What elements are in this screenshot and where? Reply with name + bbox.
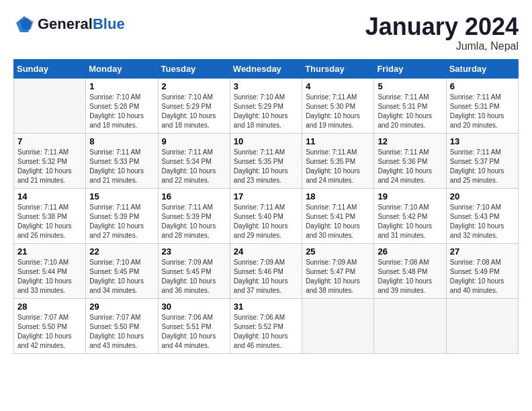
day-number: 1 [89,81,154,91]
day-info: Sunrise: 7:11 AM Sunset: 5:35 PM Dayligh… [306,148,370,185]
day-info: Sunrise: 7:08 AM Sunset: 5:48 PM Dayligh… [378,258,442,295]
cell-w2-d7: 13 Sunrise: 7:11 AM Sunset: 5:37 PM Dayl… [446,133,518,188]
day-number: 31 [234,302,298,312]
cell-w1-d2: 1 Sunrise: 7:10 AM Sunset: 5:28 PM Dayli… [86,78,158,133]
col-saturday: Saturday [446,59,518,78]
day-info: Sunrise: 7:07 AM Sunset: 5:50 PM Dayligh… [17,313,82,351]
day-number: 26 [378,246,442,257]
col-monday: Monday [86,59,158,78]
week-row-1: 1 Sunrise: 7:10 AM Sunset: 5:28 PM Dayli… [14,78,519,133]
week-row-3: 14 Sunrise: 7:11 AM Sunset: 5:38 PM Dayl… [14,188,519,243]
cell-w3-d1: 14 Sunrise: 7:11 AM Sunset: 5:38 PM Dayl… [14,188,86,243]
day-info: Sunrise: 7:11 AM Sunset: 5:40 PM Dayligh… [234,203,298,240]
calendar-table: Sunday Monday Tuesday Wednesday Thursday… [13,59,519,354]
day-info: Sunrise: 7:09 AM Sunset: 5:46 PM Dayligh… [234,258,298,295]
cell-w5-d4: 31 Sunrise: 7:06 AM Sunset: 5:52 PM Dayl… [230,298,302,353]
cell-w4-d1: 21 Sunrise: 7:10 AM Sunset: 5:44 PM Dayl… [14,243,86,298]
day-info: Sunrise: 7:11 AM Sunset: 5:41 PM Dayligh… [306,203,370,240]
cell-w5-d2: 29 Sunrise: 7:07 AM Sunset: 5:50 PM Dayl… [86,298,158,353]
day-info: Sunrise: 7:11 AM Sunset: 5:31 PM Dayligh… [450,93,515,130]
day-number: 11 [306,136,370,146]
day-number: 7 [17,136,82,146]
day-info: Sunrise: 7:11 AM Sunset: 5:37 PM Dayligh… [450,148,515,185]
cell-w4-d7: 27 Sunrise: 7:08 AM Sunset: 5:49 PM Dayl… [446,243,518,298]
page-header: GeneralBlue January 2024 Jumla, Nepal [13,13,519,52]
title-block: January 2024 Jumla, Nepal [365,13,519,52]
cell-w1-d1 [14,78,86,133]
cell-w4-d2: 22 Sunrise: 7:10 AM Sunset: 5:45 PM Dayl… [86,243,158,298]
day-number: 29 [89,302,154,312]
col-sunday: Sunday [14,59,86,78]
day-info: Sunrise: 7:11 AM Sunset: 5:32 PM Dayligh… [17,148,82,185]
cell-w2-d1: 7 Sunrise: 7:11 AM Sunset: 5:32 PM Dayli… [14,133,86,188]
day-number: 9 [162,136,226,146]
day-number: 4 [306,81,370,91]
day-info: Sunrise: 7:11 AM Sunset: 5:30 PM Dayligh… [306,93,370,130]
cell-w1-d3: 2 Sunrise: 7:10 AM Sunset: 5:29 PM Dayli… [158,78,230,133]
day-number: 23 [162,246,226,257]
col-friday: Friday [374,59,446,78]
cell-w1-d4: 3 Sunrise: 7:10 AM Sunset: 5:29 PM Dayli… [230,78,302,133]
day-number: 21 [17,246,82,257]
day-info: Sunrise: 7:11 AM Sunset: 5:33 PM Dayligh… [89,148,154,185]
day-info: Sunrise: 7:08 AM Sunset: 5:49 PM Dayligh… [450,258,515,295]
calendar-title: January 2024 [365,13,519,40]
cell-w4-d5: 25 Sunrise: 7:09 AM Sunset: 5:47 PM Dayl… [302,243,374,298]
col-tuesday: Tuesday [158,59,230,78]
day-info: Sunrise: 7:11 AM Sunset: 5:34 PM Dayligh… [162,148,226,185]
day-number: 18 [306,191,370,201]
day-info: Sunrise: 7:06 AM Sunset: 5:51 PM Dayligh… [162,313,226,351]
day-number: 6 [450,81,515,91]
cell-w1-d5: 4 Sunrise: 7:11 AM Sunset: 5:30 PM Dayli… [302,78,374,133]
day-info: Sunrise: 7:11 AM Sunset: 5:35 PM Dayligh… [234,148,298,185]
cell-w1-d6: 5 Sunrise: 7:11 AM Sunset: 5:31 PM Dayli… [374,78,446,133]
day-info: Sunrise: 7:11 AM Sunset: 5:36 PM Dayligh… [378,148,442,185]
day-info: Sunrise: 7:11 AM Sunset: 5:31 PM Dayligh… [378,93,442,130]
calendar-subtitle: Jumla, Nepal [365,40,519,52]
day-number: 27 [450,246,515,257]
logo-text: GeneralBlue [38,17,125,32]
cell-w5-d3: 30 Sunrise: 7:06 AM Sunset: 5:51 PM Dayl… [158,298,230,353]
day-info: Sunrise: 7:06 AM Sunset: 5:52 PM Dayligh… [234,313,298,351]
cell-w2-d4: 10 Sunrise: 7:11 AM Sunset: 5:35 PM Dayl… [230,133,302,188]
day-info: Sunrise: 7:09 AM Sunset: 5:45 PM Dayligh… [162,258,226,295]
calendar-body: 1 Sunrise: 7:10 AM Sunset: 5:28 PM Dayli… [14,78,519,353]
day-number: 3 [234,81,298,91]
cell-w4-d4: 24 Sunrise: 7:09 AM Sunset: 5:46 PM Dayl… [230,243,302,298]
day-number: 8 [89,136,154,146]
day-info: Sunrise: 7:07 AM Sunset: 5:50 PM Dayligh… [89,313,154,351]
day-number: 12 [378,136,442,146]
week-row-4: 21 Sunrise: 7:10 AM Sunset: 5:44 PM Dayl… [14,243,519,298]
cell-w3-d5: 18 Sunrise: 7:11 AM Sunset: 5:41 PM Dayl… [302,188,374,243]
day-number: 28 [17,302,82,312]
cell-w4-d3: 23 Sunrise: 7:09 AM Sunset: 5:45 PM Dayl… [158,243,230,298]
cell-w5-d6 [374,298,446,353]
cell-w3-d6: 19 Sunrise: 7:10 AM Sunset: 5:42 PM Dayl… [374,188,446,243]
calendar-header: Sunday Monday Tuesday Wednesday Thursday… [14,59,519,78]
day-number: 16 [162,191,226,201]
logo: GeneralBlue [13,13,125,35]
day-info: Sunrise: 7:11 AM Sunset: 5:38 PM Dayligh… [17,203,82,240]
col-thursday: Thursday [302,59,374,78]
day-info: Sunrise: 7:10 AM Sunset: 5:29 PM Dayligh… [234,93,298,130]
col-wednesday: Wednesday [230,59,302,78]
day-number: 30 [162,302,226,312]
day-info: Sunrise: 7:10 AM Sunset: 5:42 PM Dayligh… [378,203,442,240]
cell-w2-d5: 11 Sunrise: 7:11 AM Sunset: 5:35 PM Dayl… [302,133,374,188]
day-number: 14 [17,191,82,201]
cell-w3-d7: 20 Sunrise: 7:10 AM Sunset: 5:43 PM Dayl… [446,188,518,243]
cell-w5-d7 [446,298,518,353]
day-number: 13 [450,136,515,146]
day-number: 5 [378,81,442,91]
cell-w5-d1: 28 Sunrise: 7:07 AM Sunset: 5:50 PM Dayl… [14,298,86,353]
day-number: 10 [234,136,298,146]
day-number: 15 [89,191,154,201]
day-number: 17 [234,191,298,201]
week-row-5: 28 Sunrise: 7:07 AM Sunset: 5:50 PM Dayl… [14,298,519,353]
cell-w3-d2: 15 Sunrise: 7:11 AM Sunset: 5:39 PM Dayl… [86,188,158,243]
day-number: 20 [450,191,515,201]
header-row: Sunday Monday Tuesday Wednesday Thursday… [14,59,519,78]
cell-w4-d6: 26 Sunrise: 7:08 AM Sunset: 5:48 PM Dayl… [374,243,446,298]
day-info: Sunrise: 7:10 AM Sunset: 5:44 PM Dayligh… [17,258,82,295]
logo-icon [13,13,35,35]
